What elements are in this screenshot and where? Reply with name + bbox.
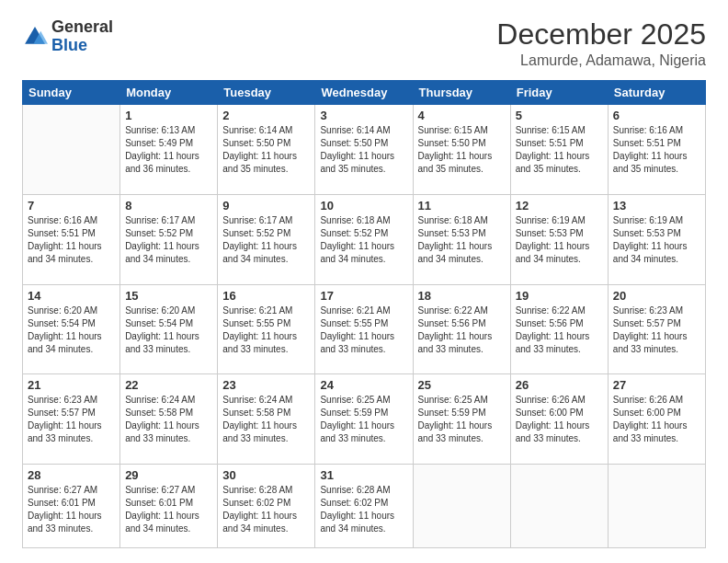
calendar-week-row: 14Sunrise: 6:20 AMSunset: 5:54 PMDayligh… xyxy=(23,284,706,374)
table-row: 2Sunrise: 6:14 AMSunset: 5:50 PMDaylight… xyxy=(218,105,315,195)
table-row: 25Sunrise: 6:25 AMSunset: 5:59 PMDayligh… xyxy=(413,374,510,465)
day-info: Sunrise: 6:15 AMSunset: 5:50 PMDaylight:… xyxy=(418,124,506,176)
logo: General Blue xyxy=(22,18,113,55)
day-info: Sunrise: 6:14 AMSunset: 5:50 PMDaylight:… xyxy=(222,124,310,176)
day-number: 4 xyxy=(418,109,506,122)
table-row: 15Sunrise: 6:20 AMSunset: 5:54 PMDayligh… xyxy=(120,284,218,374)
table-row: 16Sunrise: 6:21 AMSunset: 5:55 PMDayligh… xyxy=(218,284,315,374)
page: General Blue December 2025 Lamurde, Adam… xyxy=(0,0,728,563)
day-number: 31 xyxy=(320,468,407,482)
day-number: 30 xyxy=(222,468,310,482)
logo-text: General Blue xyxy=(51,18,113,55)
table-row: 6Sunrise: 6:16 AMSunset: 5:51 PMDaylight… xyxy=(608,105,705,195)
day-info: Sunrise: 6:26 AMSunset: 6:00 PMDaylight:… xyxy=(516,394,603,445)
table-row: 7Sunrise: 6:16 AMSunset: 5:51 PMDaylight… xyxy=(23,194,120,284)
day-info: Sunrise: 6:24 AMSunset: 5:58 PMDaylight:… xyxy=(222,394,310,445)
day-number: 16 xyxy=(222,289,310,303)
day-number: 12 xyxy=(516,199,603,213)
day-info: Sunrise: 6:20 AMSunset: 5:54 PMDaylight:… xyxy=(28,304,115,356)
day-info: Sunrise: 6:24 AMSunset: 5:58 PMDaylight:… xyxy=(125,394,212,445)
col-thursday: Thursday xyxy=(413,81,510,105)
day-number: 13 xyxy=(613,199,700,213)
table-row: 24Sunrise: 6:25 AMSunset: 5:59 PMDayligh… xyxy=(315,374,413,465)
day-number: 27 xyxy=(613,378,700,392)
day-number: 18 xyxy=(418,289,506,303)
day-number: 7 xyxy=(28,199,115,213)
day-number: 21 xyxy=(28,378,115,392)
table-row xyxy=(510,464,608,547)
table-row: 11Sunrise: 6:18 AMSunset: 5:53 PMDayligh… xyxy=(413,194,510,284)
table-row xyxy=(413,464,510,547)
day-info: Sunrise: 6:27 AMSunset: 6:01 PMDaylight:… xyxy=(28,484,115,535)
table-row: 10Sunrise: 6:18 AMSunset: 5:52 PMDayligh… xyxy=(315,194,413,284)
day-number: 3 xyxy=(320,109,407,122)
day-number: 17 xyxy=(320,289,407,303)
day-info: Sunrise: 6:13 AMSunset: 5:49 PMDaylight:… xyxy=(125,124,212,176)
day-number: 6 xyxy=(613,109,700,122)
day-info: Sunrise: 6:19 AMSunset: 5:53 PMDaylight:… xyxy=(613,214,700,266)
table-row: 20Sunrise: 6:23 AMSunset: 5:57 PMDayligh… xyxy=(608,284,705,374)
table-row: 29Sunrise: 6:27 AMSunset: 6:01 PMDayligh… xyxy=(120,464,218,547)
day-info: Sunrise: 6:17 AMSunset: 5:52 PMDaylight:… xyxy=(125,214,212,266)
day-number: 5 xyxy=(516,109,603,122)
table-row xyxy=(608,464,705,547)
day-info: Sunrise: 6:27 AMSunset: 6:01 PMDaylight:… xyxy=(125,484,212,535)
day-info: Sunrise: 6:23 AMSunset: 5:57 PMDaylight:… xyxy=(613,304,700,356)
col-wednesday: Wednesday xyxy=(315,81,413,105)
day-info: Sunrise: 6:16 AMSunset: 5:51 PMDaylight:… xyxy=(28,214,115,266)
logo-general: General xyxy=(51,17,113,36)
day-info: Sunrise: 6:16 AMSunset: 5:51 PMDaylight:… xyxy=(613,124,700,176)
day-number: 9 xyxy=(222,199,310,213)
day-number: 20 xyxy=(613,289,700,303)
day-number: 24 xyxy=(320,378,407,392)
day-number: 8 xyxy=(125,199,212,213)
day-number: 19 xyxy=(516,289,603,303)
day-info: Sunrise: 6:18 AMSunset: 5:53 PMDaylight:… xyxy=(418,214,506,266)
day-info: Sunrise: 6:22 AMSunset: 5:56 PMDaylight:… xyxy=(516,304,603,356)
table-row: 19Sunrise: 6:22 AMSunset: 5:56 PMDayligh… xyxy=(510,284,608,374)
logo-blue: Blue xyxy=(51,36,87,54)
day-info: Sunrise: 6:25 AMSunset: 5:59 PMDaylight:… xyxy=(320,394,407,445)
col-sunday: Sunday xyxy=(23,81,120,105)
day-info: Sunrise: 6:28 AMSunset: 6:02 PMDaylight:… xyxy=(222,484,310,535)
day-info: Sunrise: 6:25 AMSunset: 5:59 PMDaylight:… xyxy=(418,394,506,445)
day-info: Sunrise: 6:19 AMSunset: 5:53 PMDaylight:… xyxy=(516,214,603,266)
table-row: 31Sunrise: 6:28 AMSunset: 6:02 PMDayligh… xyxy=(315,464,413,547)
table-row xyxy=(23,105,120,195)
header: General Blue December 2025 Lamurde, Adam… xyxy=(22,18,706,69)
day-info: Sunrise: 6:26 AMSunset: 6:00 PMDaylight:… xyxy=(613,394,700,445)
calendar-week-row: 21Sunrise: 6:23 AMSunset: 5:57 PMDayligh… xyxy=(23,374,706,465)
day-number: 28 xyxy=(28,468,115,482)
table-row: 22Sunrise: 6:24 AMSunset: 5:58 PMDayligh… xyxy=(120,374,218,465)
col-friday: Friday xyxy=(510,81,608,105)
calendar-week-row: 7Sunrise: 6:16 AMSunset: 5:51 PMDaylight… xyxy=(23,194,706,284)
table-row: 28Sunrise: 6:27 AMSunset: 6:01 PMDayligh… xyxy=(23,464,120,547)
day-info: Sunrise: 6:28 AMSunset: 6:02 PMDaylight:… xyxy=(320,484,407,535)
day-number: 14 xyxy=(28,289,115,303)
day-info: Sunrise: 6:23 AMSunset: 5:57 PMDaylight:… xyxy=(28,394,115,445)
day-info: Sunrise: 6:22 AMSunset: 5:56 PMDaylight:… xyxy=(418,304,506,356)
day-number: 10 xyxy=(320,199,407,213)
table-row: 3Sunrise: 6:14 AMSunset: 5:50 PMDaylight… xyxy=(315,105,413,195)
day-number: 23 xyxy=(222,378,310,392)
calendar-table: Sunday Monday Tuesday Wednesday Thursday… xyxy=(22,80,706,548)
day-number: 26 xyxy=(516,378,603,392)
day-number: 15 xyxy=(125,289,212,303)
col-saturday: Saturday xyxy=(608,81,705,105)
day-number: 2 xyxy=(222,109,310,122)
month-year: December 2025 xyxy=(496,18,706,51)
table-row: 12Sunrise: 6:19 AMSunset: 5:53 PMDayligh… xyxy=(510,194,608,284)
table-row: 8Sunrise: 6:17 AMSunset: 5:52 PMDaylight… xyxy=(120,194,218,284)
calendar-week-row: 28Sunrise: 6:27 AMSunset: 6:01 PMDayligh… xyxy=(23,464,706,547)
table-row: 27Sunrise: 6:26 AMSunset: 6:00 PMDayligh… xyxy=(608,374,705,465)
table-row: 5Sunrise: 6:15 AMSunset: 5:51 PMDaylight… xyxy=(510,105,608,195)
calendar-header-row: Sunday Monday Tuesday Wednesday Thursday… xyxy=(23,81,706,105)
day-info: Sunrise: 6:14 AMSunset: 5:50 PMDaylight:… xyxy=(320,124,407,176)
day-info: Sunrise: 6:15 AMSunset: 5:51 PMDaylight:… xyxy=(516,124,603,176)
day-number: 11 xyxy=(418,199,506,213)
day-info: Sunrise: 6:21 AMSunset: 5:55 PMDaylight:… xyxy=(222,304,310,356)
day-number: 1 xyxy=(125,109,212,122)
table-row: 1Sunrise: 6:13 AMSunset: 5:49 PMDaylight… xyxy=(120,105,218,195)
title-block: December 2025 Lamurde, Adamawa, Nigeria xyxy=(496,18,706,69)
day-number: 25 xyxy=(418,378,506,392)
